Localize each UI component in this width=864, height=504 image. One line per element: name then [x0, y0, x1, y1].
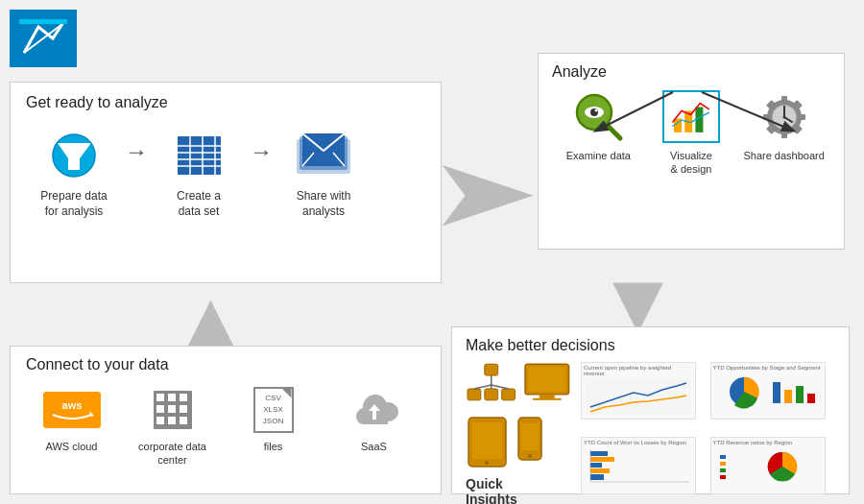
- dataset-icon: [170, 129, 228, 181]
- decisions-charts: Current open pipeline by weighted revenu…: [581, 362, 835, 504]
- logo-icon: [19, 19, 67, 58]
- svg-rect-50: [156, 394, 164, 401]
- examine-label: Examine data: [566, 149, 631, 162]
- aws-logo: aws: [43, 392, 101, 428]
- prepare-label: Prepare datafor analysis: [40, 189, 107, 219]
- svg-rect-81: [796, 386, 804, 403]
- connect-aws: aws AWS cloud: [26, 383, 117, 453]
- screen-icon: [523, 362, 571, 402]
- logo: [10, 10, 77, 67]
- share-icon: [295, 129, 352, 181]
- svg-rect-94: [720, 475, 726, 479]
- svg-rect-87: [590, 451, 608, 456]
- svg-line-21: [702, 92, 793, 131]
- chart-3: YTD Count of Won vs Losses by Region: [581, 437, 696, 494]
- connect-saas: SaaS: [328, 383, 420, 453]
- svg-rect-61: [468, 389, 481, 400]
- svg-rect-51: [168, 394, 176, 401]
- step-share: Share withanalysts: [276, 129, 372, 219]
- analyze-box: Analyze: [538, 53, 845, 250]
- corp-label: corporate datacenter: [138, 440, 206, 468]
- connect-files: CSVXLSXJSON files: [228, 383, 319, 453]
- connect-box: Connect to your data aws AWS cloud: [10, 346, 442, 494]
- svg-rect-58: [180, 417, 187, 424]
- svg-rect-86: [590, 457, 614, 462]
- analyze-arrows-svg: [548, 87, 836, 135]
- prepare-icon: [45, 129, 103, 181]
- step-dataset: Create adata set: [151, 129, 247, 219]
- svg-rect-63: [502, 389, 516, 400]
- aws-label: AWS cloud: [45, 440, 97, 453]
- corp-icon: [141, 383, 204, 436]
- quick-insights-area: QuickInsights: [466, 362, 571, 504]
- svg-rect-55: [180, 405, 187, 413]
- svg-rect-91: [720, 455, 726, 459]
- ready-to-analyze-box: Get ready to analyze Prepare datafor ana…: [10, 82, 442, 283]
- connect-title: Connect to your data: [26, 356, 425, 373]
- analyze-title: Analyze: [552, 63, 830, 81]
- dataset-label: Create adata set: [177, 189, 221, 219]
- svg-rect-85: [590, 463, 602, 468]
- arrow-2: →: [247, 129, 276, 165]
- svg-rect-53: [156, 405, 164, 413]
- connect-corp: corporate datacenter: [127, 383, 218, 468]
- quick-insights-label: QuickInsights: [466, 476, 571, 504]
- svg-rect-77: [586, 378, 691, 415]
- chart-1: Current open pipeline by weighted revenu…: [581, 362, 696, 420]
- svg-line-20: [596, 92, 673, 131]
- svg-rect-80: [784, 390, 792, 403]
- svg-line-66: [492, 385, 509, 389]
- aws-icon: aws: [40, 383, 103, 436]
- svg-rect-93: [720, 468, 726, 472]
- svg-text:aws: aws: [61, 399, 82, 411]
- chart-2: YTD Opportunities by Stage and Segment: [710, 362, 826, 420]
- svg-rect-56: [156, 417, 164, 424]
- svg-rect-60: [485, 364, 498, 375]
- step-prepare: Prepare datafor analysis: [26, 129, 122, 219]
- svg-rect-62: [485, 389, 498, 400]
- phone-icon: [516, 416, 543, 462]
- network-icon: [466, 362, 517, 410]
- svg-rect-92: [720, 462, 726, 466]
- arrow-1: →: [122, 129, 151, 165]
- chart-4: YTD Revenue ratios by Region: [710, 437, 826, 494]
- svg-rect-68: [528, 367, 566, 392]
- svg-rect-54: [168, 405, 176, 413]
- svg-rect-83: [590, 474, 604, 480]
- svg-rect-72: [472, 422, 502, 459]
- files-label: files: [264, 440, 283, 453]
- files-doc: CSVXLSXJSON: [253, 387, 294, 433]
- svg-rect-82: [807, 394, 815, 403]
- visualize-label: Visualize& design: [670, 149, 712, 177]
- sharedb-label: Share dashboard: [743, 149, 824, 162]
- svg-rect-57: [168, 417, 176, 424]
- svg-rect-75: [521, 423, 539, 450]
- big-right-arrow: ➤: [427, 144, 540, 240]
- svg-rect-79: [773, 382, 780, 403]
- svg-point-73: [485, 461, 489, 465]
- qi-bottom-row: [466, 416, 571, 468]
- svg-rect-2: [19, 19, 67, 24]
- svg-point-76: [528, 454, 532, 458]
- svg-rect-84: [590, 468, 610, 473]
- share-label: Share withanalysts: [297, 189, 351, 219]
- svg-line-65: [474, 385, 492, 389]
- saas-label: SaaS: [361, 440, 387, 453]
- decisions-title: Make better decisions: [466, 337, 835, 354]
- svg-rect-52: [180, 394, 187, 401]
- ready-box-title: Get ready to analyze: [26, 94, 425, 111]
- qi-icons-row: [466, 362, 571, 410]
- saas-icon: [343, 383, 405, 436]
- files-icon: CSVXLSXJSON: [242, 383, 304, 436]
- decisions-box: Make better decisions: [451, 326, 850, 494]
- tablet-icon: [466, 416, 509, 468]
